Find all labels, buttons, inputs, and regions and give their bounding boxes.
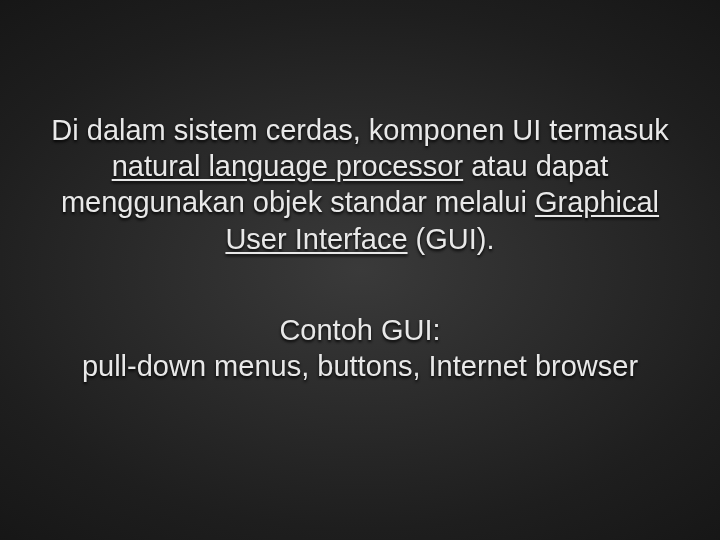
text-segment: Di dalam sistem cerdas, komponen UI term…: [51, 114, 668, 146]
example-heading: Contoh GUI:: [82, 312, 638, 348]
paragraph-main: Di dalam sistem cerdas, komponen UI term…: [50, 112, 670, 257]
paragraph-example: Contoh GUI: pull-down menus, buttons, In…: [82, 312, 638, 385]
example-list: pull-down menus, buttons, Internet brows…: [82, 348, 638, 384]
underlined-term-nlp: natural language processor: [112, 150, 463, 182]
text-segment: (GUI).: [408, 223, 495, 255]
